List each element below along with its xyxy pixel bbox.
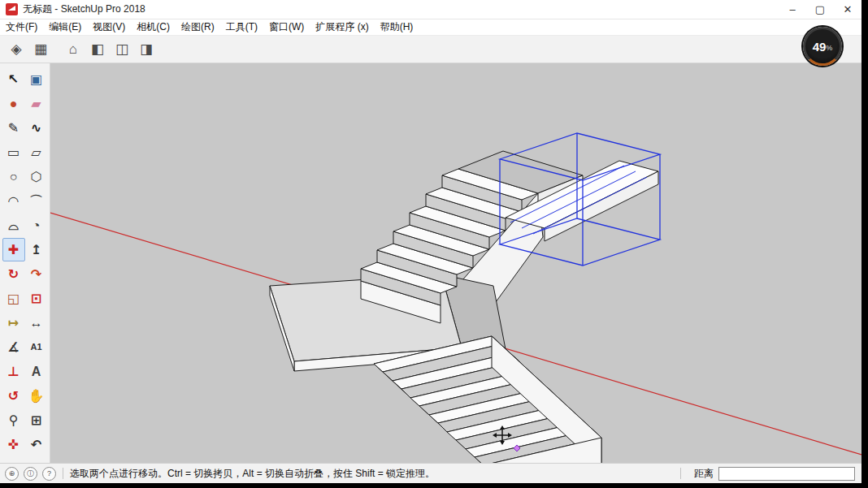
sketchup-logo-icon [6,3,18,15]
views-toolbar: ◈ ▦ ⌂ ◧ ◫ ◨ [0,36,861,63]
follow-me-icon: ↷ [31,268,41,281]
offset-tool-button[interactable]: ⊡ [25,287,48,310]
zoom-extents-tool-button[interactable]: ✜ [2,433,25,456]
right-view-button[interactable]: ◧ [86,38,109,61]
rotate-icon: ↻ [8,268,19,281]
three-d-text-tool-button[interactable]: A [25,360,48,383]
axes-icon: ⊥ [7,365,20,378]
protractor-tool-button[interactable]: ∡ [2,335,25,359]
menu-file[interactable]: 文件(F) [0,19,43,36]
push-pull-icon: ↥ [31,244,41,257]
rotated-rectangle-icon: ▱ [31,146,41,159]
push-pull-tool-button[interactable]: ↥ [25,238,48,261]
status-message: 选取两个点进行移动。Ctrl = 切换拷贝，Alt = 切换自动折叠，按住 Sh… [70,467,435,481]
text-tool-button[interactable]: A1 [25,335,48,359]
drawing-canvas[interactable] [50,63,861,463]
sketchup-window: 无标题 - SketchUp Pro 2018 – ▢ ✕ 文件(F) 编辑(E… [0,0,861,483]
iso-view-button[interactable]: ◈ [5,38,28,61]
three-point-arc-tool-button[interactable]: ⌓ [2,214,25,237]
rectangle-tool-button[interactable]: ▭ [2,140,25,164]
freehand-tool-button[interactable]: ∿ [25,116,48,140]
pan-icon: ✋ [28,390,45,403]
front-view-icon: ⌂ [69,41,77,58]
orbit-icon: ↺ [8,390,19,403]
paint-bucket-tool-button[interactable]: ● [2,92,25,115]
three-d-text-icon: A [32,365,41,378]
two-point-arc-tool-button[interactable]: ⌒ [25,189,48,213]
left-view-button[interactable]: ◨ [135,38,158,61]
select-icon: ↖ [8,73,19,86]
menu-view[interactable]: 视图(V) [87,19,131,36]
circle-tool-button[interactable]: ○ [2,165,25,188]
back-view-button[interactable]: ◫ [111,38,133,61]
title-bar: 无标题 - SketchUp Pro 2018 – ▢ ✕ [0,0,861,19]
axes-tool-button[interactable]: ⊥ [2,360,25,383]
statusbar-separator [680,468,681,479]
pie-icon: ◔ [33,219,41,232]
window-controls: – ▢ ✕ [779,0,861,19]
rotated-rectangle-tool-button[interactable]: ▱ [25,140,48,164]
zoom-tool-button[interactable]: ⚲ [2,408,25,432]
tape-measure-tool-button[interactable]: ↦ [2,311,25,335]
recorder-percentage-badge[interactable]: 49 % [803,27,842,66]
move-tool-button[interactable]: ✚ [2,238,25,261]
measurement-input[interactable] [718,467,855,481]
menu-help[interactable]: 帮助(H) [375,19,419,36]
statusbar-separator [63,468,63,479]
polygon-tool-button[interactable]: ⬡ [25,165,48,188]
menu-camera[interactable]: 相机(C) [131,19,176,36]
polygon-icon: ⬡ [31,171,42,184]
zoom-icon: ⚲ [9,414,19,427]
menu-bar: 文件(F) 编辑(E) 视图(V) 相机(C) 绘图(R) 工具(T) 窗口(W… [0,19,861,36]
menu-draw[interactable]: 绘图(R) [176,19,220,36]
make-component-icon: ▣ [30,73,42,86]
menu-tools[interactable]: 工具(T) [220,19,263,36]
text-icon: A1 [30,343,41,352]
info-icon[interactable]: ⓘ [24,467,37,481]
recorder-percent-unit: % [826,44,832,52]
maximize-button[interactable]: ▢ [806,0,834,19]
circle-icon: ○ [10,171,18,184]
status-bar: ⊕ ⓘ ? 选取两个点进行移动。Ctrl = 切换拷贝，Alt = 切换自动折叠… [0,463,861,483]
measurement-label: 距离 [694,467,714,481]
tool-palette: ↖ ▣ ● ▰ ✎ ∿ ▭ ▱ ○ ⬡ ◠ ⌒ ⌓ ◔ ✚ ↥ ↻ ↷ ◱ ⊡ … [0,63,50,463]
close-button[interactable]: ✕ [834,0,861,19]
menu-window[interactable]: 窗口(W) [263,19,310,36]
protractor-icon: ∡ [7,341,19,354]
top-view-button[interactable]: ▦ [29,38,52,61]
two-point-arc-icon: ⌒ [30,195,43,208]
scale-tool-button[interactable]: ◱ [2,287,25,310]
previous-view-tool-button[interactable]: ↶ [25,433,48,456]
three-point-arc-icon: ⌓ [8,219,19,232]
zoom-window-tool-button[interactable]: ⊞ [25,408,48,432]
right-view-icon: ◧ [91,41,104,58]
eraser-icon: ▰ [31,97,41,110]
orbit-tool-button[interactable]: ↺ [2,384,25,408]
menu-edit[interactable]: 编辑(E) [43,19,87,36]
line-tool-button[interactable]: ✎ [2,116,25,140]
window-title: 无标题 - SketchUp Pro 2018 [23,2,145,16]
back-view-icon: ◫ [115,41,128,58]
arc-tool-button[interactable]: ◠ [2,189,25,213]
make-component-tool-button[interactable]: ▣ [25,67,48,91]
top-view-icon: ▦ [34,41,47,58]
minimize-button[interactable]: – [779,0,806,19]
eraser-tool-button[interactable]: ▰ [25,92,48,115]
zoom-extents-icon: ✜ [8,438,19,451]
dimension-tool-button[interactable]: ↔ [25,311,48,335]
rotate-tool-button[interactable]: ↻ [2,262,25,286]
previous-view-icon: ↶ [31,438,41,451]
pie-tool-button[interactable]: ◔ [25,214,48,237]
select-tool-button[interactable]: ↖ [2,67,25,91]
menu-extensions[interactable]: 扩展程序 (x) [310,19,374,36]
follow-me-tool-button[interactable]: ↷ [25,262,48,286]
offset-icon: ⊡ [31,292,41,305]
recorder-percent-value: 49 [813,40,827,54]
left-view-icon: ◨ [140,41,153,58]
pan-tool-button[interactable]: ✋ [25,384,48,408]
globe-icon[interactable]: ⊕ [5,467,19,481]
rectangle-icon: ▭ [7,146,20,159]
tape-measure-icon: ↦ [8,317,19,330]
help-icon[interactable]: ? [42,467,56,481]
front-view-button[interactable]: ⌂ [62,38,85,61]
